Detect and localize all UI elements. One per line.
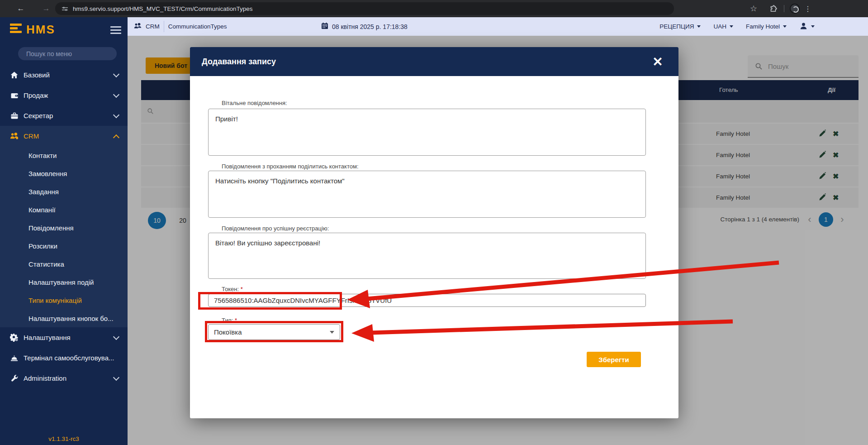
wrench-icon [10, 374, 19, 383]
breadcrumb-page[interactable]: CommunicationTypes [168, 23, 227, 30]
chevron-up-icon [113, 134, 119, 140]
chevron-down-icon [783, 25, 787, 28]
browser-forward-icon[interactable]: → [40, 0, 52, 17]
share-contact-message-textarea[interactable]: Натисніть кнопку "Поділитись контактом" [208, 171, 646, 218]
annotation-box-token [198, 292, 342, 310]
success-message-label: Повідомлення про успішну реєстрацію: [222, 225, 329, 232]
sidebar-item-label: Продаж [24, 91, 48, 99]
sidebar-subitem-typy-komunikatsii[interactable]: Типи комунікацій [0, 291, 128, 309]
sidebar-item-label: Базовий [24, 71, 50, 79]
account-menu[interactable] [799, 22, 815, 32]
sidebar-item-label: Термінал самообслуговува... [24, 354, 114, 362]
sidebar-subitem-statystyka[interactable]: Статистика [0, 255, 128, 273]
gear-icon [10, 333, 19, 342]
welcome-message-textarea[interactable]: Привіт! [208, 109, 646, 156]
chevron-down-icon [113, 333, 119, 340]
chevron-down-icon [113, 71, 119, 77]
breadcrumb-section[interactable]: CRM [146, 23, 160, 30]
token-label: Токен: * [222, 286, 243, 292]
currency-menu[interactable]: UAH [713, 23, 733, 30]
sidebar-menu: Базовий Продаж Секретар CRM Контакти [0, 65, 128, 388]
chevron-down-icon [113, 91, 119, 97]
currency-label: UAH [713, 23, 726, 30]
chevron-down-icon [811, 25, 815, 28]
sidebar-item-bazovyi[interactable]: Базовий [0, 65, 128, 85]
sidebar: HMS Базовий Продаж Секретар [0, 17, 128, 445]
crm-people-icon [10, 132, 19, 140]
wallet-icon [10, 91, 19, 100]
hotel-label: Family Hotel [746, 23, 780, 30]
close-icon[interactable]: ✕ [650, 54, 665, 69]
browser-profile-avatar[interactable] [790, 4, 800, 14]
sidebar-item-nalashtuvannia[interactable]: Налаштування [0, 327, 128, 348]
bookmark-star-icon[interactable]: ☆ [747, 0, 760, 17]
home-icon [10, 71, 19, 79]
url-text: hms9.servio.support/HMS_MVC_TEST/Crm/Com… [73, 5, 253, 12]
reception-label: РЕЦЕПЦИЯ [659, 23, 694, 30]
header-right-menu: РЕЦЕПЦИЯ UAH Family Hotel [659, 17, 815, 36]
browser-toolbar: ← → hms9.servio.support/HMS_MVC_TEST/Crm… [0, 0, 868, 17]
sidebar-item-label: CRM [24, 132, 39, 140]
browser-back-icon[interactable]: ← [14, 0, 27, 17]
success-message-textarea[interactable]: Вітаю! Ви успішно зареєстровані! [208, 233, 646, 279]
welcome-message-label: Вітальне повідомлення: [222, 100, 287, 106]
screen: ← → hms9.servio.support/HMS_MVC_TEST/Crm… [0, 0, 868, 445]
add-record-modal: Додавання запису ✕ Вітальне повідомлення… [190, 47, 678, 418]
app-header: CRM CommunicationTypes 08 квітня 2025 р.… [128, 17, 868, 36]
menu-search-input[interactable] [18, 47, 117, 60]
toolbar-divider [784, 5, 784, 12]
required-asterisk: * [241, 286, 243, 292]
datetime-text: 08 квітня 2025 р. 17:18:38 [332, 23, 408, 30]
sidebar-item-label: Administration [24, 374, 66, 382]
sidebar-subitem-rozsylky[interactable]: Розсилки [0, 237, 128, 255]
calendar-icon [321, 22, 328, 31]
modal-title: Додавання запису [202, 47, 276, 76]
browser-address-bar[interactable]: hms9.servio.support/HMS_MVC_TEST/Crm/Com… [55, 2, 674, 15]
sidebar-item-administration[interactable]: Administration [0, 368, 128, 388]
share-contact-message-label: Повідомлення з проханням поділитись конт… [222, 163, 359, 170]
chevron-down-icon [113, 374, 119, 380]
crm-section: CRM Контакти Замовлення Завдання Компані… [0, 126, 128, 327]
site-info-icon[interactable] [62, 5, 68, 12]
chevron-down-icon [697, 25, 701, 28]
browser-menu-icon[interactable]: ⋮ [802, 0, 814, 17]
service-bell-icon [10, 354, 19, 362]
chevron-down-icon [113, 111, 119, 118]
briefcase-icon [10, 111, 19, 120]
breadcrumb-divider [164, 21, 164, 32]
reception-menu[interactable]: РЕЦЕПЦИЯ [659, 23, 701, 30]
annotation-box-type [205, 321, 343, 342]
save-button[interactable]: Зберегти [587, 352, 641, 367]
sidebar-subitem-nalashtuvannia-knopok[interactable]: Налаштування кнопок бо... [0, 309, 128, 327]
crm-people-icon [134, 23, 142, 31]
chevron-down-icon [730, 25, 733, 28]
modal-header: Додавання запису ✕ [190, 47, 678, 76]
sidebar-item-sekretar[interactable]: Секретар [0, 105, 128, 126]
hamburger-menu-icon[interactable] [110, 26, 121, 34]
sidebar-item-terminal[interactable]: Термінал самообслуговува... [0, 348, 128, 368]
header-datetime: 08 квітня 2025 р. 17:18:38 [321, 17, 408, 36]
sidebar-subitem-zavdannia[interactable]: Завдання [0, 182, 128, 201]
sidebar-subitem-zamovlennia[interactable]: Замовлення [0, 164, 128, 182]
sidebar-subitem-kompanii[interactable]: Компанії [0, 201, 128, 219]
hms-logo-text: HMS [26, 23, 55, 37]
sidebar-item-prodazh[interactable]: Продаж [0, 85, 128, 105]
sidebar-item-label: Секретар [24, 112, 53, 120]
extensions-icon[interactable] [767, 0, 779, 17]
sidebar-subitem-nalashtuvannia-podii[interactable]: Налаштування подій [0, 273, 128, 291]
sidebar-subitem-povidomlennia[interactable]: Повідомлення [0, 219, 128, 237]
hotel-menu[interactable]: Family Hotel [746, 23, 787, 30]
sidebar-subitem-kontakty[interactable]: Контакти [0, 146, 128, 164]
sidebar-item-label: Налаштування [24, 334, 71, 341]
breadcrumb: CRM CommunicationTypes [134, 17, 227, 36]
app-version: v1.1.31-rc3 [0, 435, 128, 442]
hms-logo-icon [10, 24, 23, 35]
sidebar-item-crm[interactable]: CRM [0, 126, 128, 146]
user-icon [799, 22, 808, 32]
